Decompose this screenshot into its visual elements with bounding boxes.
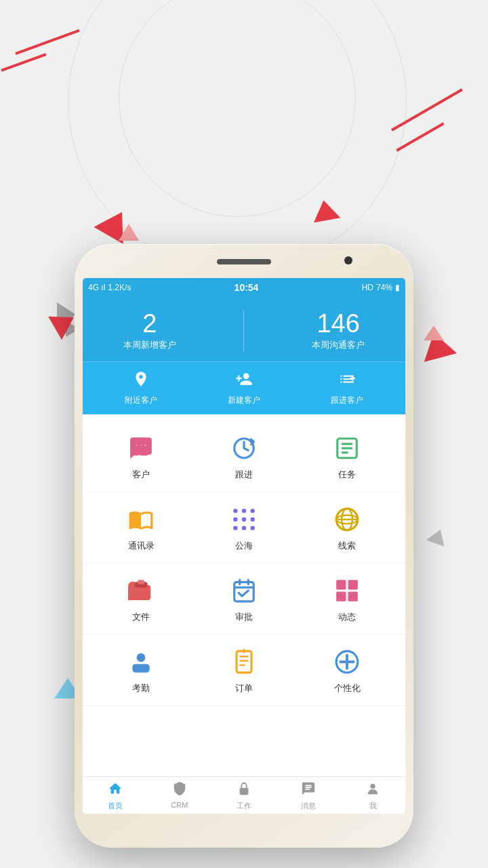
svg-point-33: [137, 653, 146, 662]
task-label: 任务: [338, 469, 356, 481]
svg-point-11: [251, 509, 255, 513]
svg-rect-43: [240, 788, 249, 795]
svg-rect-34: [132, 664, 149, 673]
nav-crm-label: CRM: [171, 801, 188, 809]
menu-grid: 客户 跟进: [83, 414, 405, 713]
menu-item-clues[interactable]: 线索: [320, 503, 374, 552]
attendance-icon: [125, 646, 157, 678]
bottom-nav: 首页 CRM 工作: [83, 776, 405, 814]
approve-label: 审批: [235, 611, 253, 623]
header-stats: 2 本周新增客户 146 本周沟通客户: [83, 297, 405, 361]
svg-rect-25: [235, 582, 254, 601]
svg-point-9: [233, 509, 237, 513]
approve-icon: [228, 574, 260, 607]
svg-rect-29: [336, 580, 346, 589]
follow-label: 跟进: [235, 469, 253, 481]
files-icon: [125, 574, 157, 607]
speaker: [217, 259, 271, 264]
chat-icon: [301, 781, 316, 800]
status-right: HD 74% ▮: [362, 283, 400, 292]
battery-indicator: 74%: [376, 283, 392, 292]
clues-icon: [331, 503, 363, 536]
svg-point-16: [242, 526, 246, 530]
svg-rect-35: [237, 651, 251, 673]
menu-item-attendance[interactable]: 考勤: [114, 646, 168, 694]
network-indicator: 4G ıl: [88, 283, 105, 292]
svg-point-17: [251, 526, 255, 530]
dynamic-label: 动态: [338, 611, 356, 623]
lock-icon: [237, 781, 251, 800]
phone-shell: 4G ıl 1.2K/s 10:54 HD 74% ▮ 2 本周新增客户 146…: [75, 244, 413, 848]
hd-badge: HD: [362, 283, 373, 292]
svg-point-44: [371, 784, 375, 789]
menu-item-public-sea[interactable]: 公海: [217, 503, 271, 552]
nav-crm[interactable]: CRM: [161, 781, 198, 811]
svg-point-12: [233, 517, 237, 521]
nav-me[interactable]: 我: [354, 781, 392, 811]
status-bar: 4G ıl 1.2K/s 10:54 HD 74% ▮: [83, 278, 405, 297]
svg-rect-30: [348, 580, 358, 589]
camera: [344, 256, 352, 264]
custom-label: 个性化: [334, 682, 361, 694]
svg-point-15: [233, 526, 237, 530]
battery-icon: ▮: [395, 283, 400, 292]
menu-row-2: 通讯录: [83, 492, 405, 564]
menu-item-task[interactable]: 任务: [320, 432, 374, 481]
svg-point-13: [242, 517, 246, 521]
task-icon: [331, 432, 363, 465]
stat-contacted-customers: 146 本周沟通客户: [312, 311, 365, 351]
nav-work[interactable]: 工作: [225, 781, 262, 811]
follow-icon: [228, 432, 260, 465]
contacted-label: 本周沟通客户: [312, 339, 365, 351]
clues-label: 线索: [338, 540, 356, 552]
nav-message[interactable]: 消息: [290, 781, 327, 811]
menu-item-dynamic[interactable]: 动态: [320, 574, 374, 623]
quick-action-new-customer[interactable]: 新建客户: [228, 370, 260, 406]
phone-screen: 4G ıl 1.2K/s 10:54 HD 74% ▮ 2 本周新增客户 146…: [83, 278, 405, 814]
quick-action-nearby[interactable]: 附近客户: [125, 370, 157, 406]
customer-icon: [125, 432, 157, 465]
nav-work-label: 工作: [237, 801, 251, 811]
menu-item-customer[interactable]: 客户: [114, 432, 168, 481]
speed-indicator: 1.2K/s: [108, 283, 131, 292]
quick-action-follow-customer[interactable]: 跟进客户: [331, 370, 363, 406]
menu-row-4: 考勤 订单: [83, 635, 405, 706]
new-customers-number: 2: [142, 311, 157, 336]
person-icon: [365, 781, 380, 800]
nav-me-label: 我: [369, 801, 377, 811]
menu-item-files[interactable]: 文件: [114, 574, 168, 623]
svg-point-10: [242, 509, 246, 513]
quick-actions-bar: 附近客户 新建客户 跟进客户: [83, 361, 405, 414]
menu-item-order[interactable]: 订单: [217, 646, 271, 694]
stat-new-customers: 2 本周新增客户: [123, 311, 176, 351]
menu-item-follow[interactable]: 跟进: [217, 432, 271, 481]
nav-message-label: 消息: [301, 801, 316, 811]
new-customers-label: 本周新增客户: [123, 339, 176, 351]
order-label: 订单: [235, 682, 253, 694]
nav-home-label: 首页: [108, 801, 123, 811]
menu-item-custom[interactable]: 个性化: [320, 646, 374, 694]
contacted-number: 146: [317, 311, 359, 336]
quick-action-follow-label: 跟进客户: [331, 395, 363, 406]
nav-home[interactable]: 首页: [96, 781, 134, 811]
custom-icon: [331, 646, 363, 678]
svg-rect-24: [138, 580, 144, 584]
quick-action-nearby-label: 附近客户: [125, 395, 157, 406]
menu-item-contacts[interactable]: 通讯录: [114, 503, 168, 552]
public-sea-icon: [228, 503, 260, 536]
quick-action-new-customer-label: 新建客户: [228, 395, 260, 406]
location-icon: [132, 370, 150, 392]
svg-point-14: [251, 517, 255, 521]
order-icon: [228, 646, 260, 678]
attendance-label: 考勤: [132, 682, 150, 694]
customer-label: 客户: [132, 469, 150, 481]
menu-item-approve[interactable]: 审批: [217, 574, 271, 623]
svg-rect-32: [348, 592, 358, 601]
public-sea-label: 公海: [235, 540, 253, 552]
add-person-icon: [235, 370, 253, 392]
svg-rect-31: [336, 592, 346, 601]
contacts-icon: [125, 503, 157, 536]
shield-icon: [172, 781, 187, 800]
add-list-icon: [338, 370, 356, 392]
menu-row-1: 客户 跟进: [83, 421, 405, 492]
